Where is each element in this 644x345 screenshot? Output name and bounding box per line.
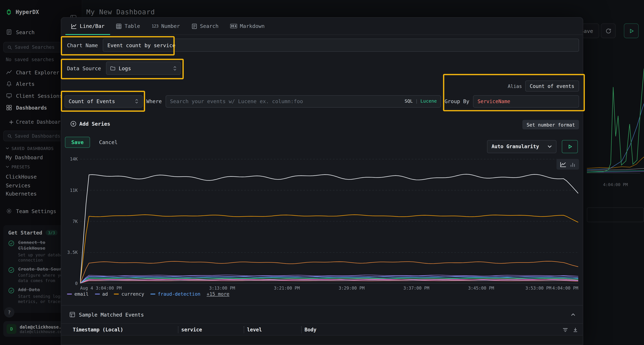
- y-axis-tick: 0: [64, 281, 78, 286]
- tab-label: Table: [125, 23, 140, 29]
- y-axis-tick: 11K: [64, 188, 78, 193]
- run-query-button[interactable]: [562, 140, 578, 153]
- x-axis-tick: 3:45:00 PM: [468, 286, 494, 291]
- legend-swatch: [67, 294, 72, 295]
- x-axis-tick: 3:21:00 PM: [274, 286, 300, 291]
- play-icon: [568, 144, 572, 149]
- tab-label: Markdown: [240, 23, 264, 29]
- select-updown-icon: [135, 98, 139, 104]
- divider: [61, 305, 583, 306]
- granularity-value: Auto Granularity: [492, 144, 539, 149]
- series-row: Count of Events Where SQL | Lucene Group…: [61, 95, 583, 108]
- x-axis-tick: 3:53:00 PM: [526, 286, 551, 291]
- language-divider: |: [415, 98, 418, 104]
- y-axis-tick: 3.5K: [64, 250, 78, 255]
- tab-line-bar[interactable]: Line/Bar: [65, 18, 110, 34]
- bar-chart-toggle-icon[interactable]: [570, 162, 575, 167]
- column-separator[interactable]: [244, 327, 244, 333]
- column-header-level[interactable]: level: [247, 324, 262, 336]
- legend-item[interactable]: fraud-detection: [150, 291, 200, 297]
- cancel-button[interactable]: Cancel: [99, 137, 118, 148]
- line-chart-icon: [71, 23, 77, 29]
- legend-label: ad: [102, 291, 108, 297]
- column-header-service[interactable]: service: [181, 324, 202, 336]
- chart-area: 14K 11K 7K 3.5K 0 Aug 4 3:04:00 PM 3:13:…: [64, 157, 579, 291]
- save-button[interactable]: Save: [65, 137, 90, 148]
- legend-swatch: [150, 294, 156, 295]
- alias-row: Alias: [508, 80, 579, 91]
- group-by-label: Group By: [444, 98, 469, 104]
- data-source-row: Data Source Logs: [61, 61, 181, 75]
- legend-swatch: [95, 294, 100, 295]
- chart-name-row: Chart Name: [61, 38, 583, 52]
- data-source-select[interactable]: Logs: [106, 62, 181, 75]
- lucene-toggle[interactable]: Lucene: [420, 98, 437, 104]
- add-series-button[interactable]: Add Series: [70, 121, 110, 127]
- select-updown-icon: [173, 65, 177, 71]
- x-axis-tick: 4:04:00 PM: [552, 286, 578, 291]
- legend-item[interactable]: ad: [95, 291, 108, 297]
- where-search-input[interactable]: [166, 95, 441, 107]
- table-icon: [70, 312, 75, 318]
- x-axis-tick: 3:13:00 PM: [209, 286, 235, 291]
- legend-swatch: [114, 294, 119, 295]
- set-number-format-button[interactable]: Set number format: [522, 120, 579, 129]
- column-header-timestamp[interactable]: Timestamp (Local): [73, 324, 123, 336]
- markdown-icon: [230, 24, 237, 28]
- sample-events-header: Sample Matched Events: [70, 310, 575, 319]
- edit-chart-modal: Line/Bar Table 123 Number Search: [61, 17, 583, 345]
- legend-label: email: [74, 291, 89, 297]
- chart-legend: email ad currency fraud-detection +15 mo…: [67, 291, 229, 297]
- time-series-plot[interactable]: [80, 159, 578, 283]
- sample-events-table-header: Timestamp (Local) service level Body: [61, 323, 583, 336]
- chart-display-toggle[interactable]: [556, 159, 579, 170]
- legend-more-link[interactable]: +15 more: [206, 291, 229, 297]
- line-chart-toggle-icon[interactable]: [560, 162, 566, 167]
- y-axis-tick: 14K: [64, 156, 78, 161]
- collapse-chevron-up-icon[interactable]: [571, 313, 575, 316]
- chart-name-input[interactable]: [103, 39, 579, 52]
- alias-label: Alias: [508, 83, 522, 89]
- sql-toggle[interactable]: SQL: [405, 98, 413, 104]
- tab-label: Line/Bar: [80, 23, 104, 29]
- plus-circle-icon: [70, 121, 76, 127]
- filter-lines-icon[interactable]: [562, 328, 568, 332]
- chart-type-tabbar: Line/Bar Table 123 Number Search: [61, 18, 583, 35]
- column-separator[interactable]: [178, 327, 178, 333]
- x-axis-tick: Aug 4 3:04:00 PM: [80, 286, 122, 291]
- x-axis-tick: 3:37:00 PM: [404, 286, 429, 291]
- tab-label: Search: [200, 23, 218, 29]
- search-doc-icon: [192, 23, 197, 29]
- download-icon[interactable]: [573, 327, 578, 332]
- legend-label: fraud-detection: [158, 291, 200, 297]
- granularity-select[interactable]: Auto Granularity: [487, 140, 556, 153]
- legend-item[interactable]: currency: [114, 291, 144, 297]
- sample-events-table-body: [61, 336, 583, 345]
- number-123-icon: 123: [152, 24, 158, 28]
- x-axis: Aug 4 3:04:00 PM 3:13:00 PM 3:21:00 PM 3…: [80, 286, 578, 291]
- tab-label: Number: [161, 23, 180, 29]
- where-input-wrap: SQL | Lucene: [166, 95, 441, 107]
- column-header-body[interactable]: Body: [304, 324, 316, 336]
- aggregation-select[interactable]: Count of Events: [64, 95, 143, 107]
- add-series-label: Add Series: [79, 121, 110, 127]
- tab-table[interactable]: Table: [110, 18, 146, 34]
- tab-markdown[interactable]: Markdown: [224, 18, 270, 34]
- data-source-value: Logs: [118, 65, 131, 71]
- column-separator[interactable]: [301, 327, 302, 333]
- table-icon: [116, 23, 122, 29]
- legend-item[interactable]: email: [67, 291, 88, 297]
- folder-icon: [110, 66, 116, 71]
- alias-input[interactable]: [525, 80, 579, 91]
- data-source-label: Data Source: [67, 65, 101, 71]
- chart-name-label: Chart Name: [67, 42, 98, 48]
- aggregation-value: Count of Events: [69, 98, 115, 104]
- legend-label: currency: [122, 291, 144, 297]
- x-axis-tick: 3:29:00 PM: [339, 286, 364, 291]
- chevron-down-icon: [548, 145, 552, 148]
- sample-events-title: Sample Matched Events: [79, 312, 144, 318]
- tab-search[interactable]: Search: [186, 18, 224, 34]
- group-by-input[interactable]: [473, 95, 579, 107]
- tab-number[interactable]: 123 Number: [146, 18, 186, 34]
- where-label: Where: [146, 98, 162, 104]
